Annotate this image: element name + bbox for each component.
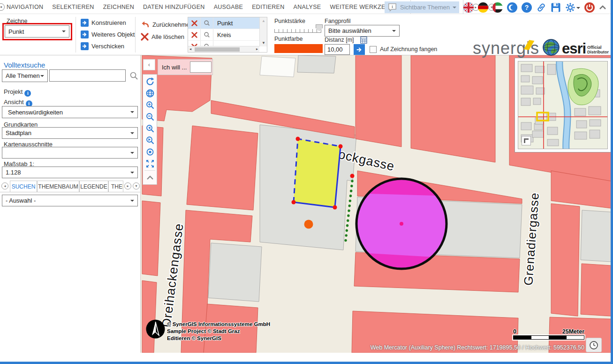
overview-map-image (518, 61, 608, 149)
full-extent-button[interactable] (143, 158, 157, 169)
panel-collapse-button[interactable]: ‹ (143, 59, 155, 70)
tab-analyse[interactable]: ANALYSE (294, 4, 321, 10)
konstruieren-button[interactable]: Konstruieren (81, 19, 126, 27)
north-arrow-icon (146, 319, 165, 339)
themen-value: Alle Themen (6, 72, 40, 79)
tab-editieren[interactable]: EDITIEREN (252, 4, 284, 10)
auswahl-value: - Auswahl - (6, 197, 36, 204)
alle-loeschen-button[interactable]: Alle löschen (141, 33, 184, 41)
ich-will-input[interactable] (190, 61, 212, 73)
ribbon-divider (76, 17, 76, 53)
overview-map[interactable] (515, 58, 611, 152)
list-horizontal-scrollbar[interactable]: ◂▸ (188, 46, 259, 52)
svg-text:?: ? (525, 4, 529, 11)
tab-ausgabe[interactable]: AUSGABE (214, 4, 243, 10)
list-item-kreis[interactable]: Kreis (188, 29, 259, 41)
ich-will-label: Ich will ... (162, 64, 187, 71)
language-arabic-crescent-icon[interactable] (507, 2, 517, 13)
massstab-dropdown[interactable]: 1.128 (2, 167, 138, 178)
tabs-scroll-left-button[interactable]: ◂ (1, 182, 8, 190)
list-item-punkt[interactable]: Punkt (188, 17, 259, 29)
window-bottom-strip (0, 353, 613, 362)
flag-uae-icon[interactable] (492, 2, 503, 13)
grundkarten-value: Stadtplan (6, 129, 31, 136)
previous-extent-button[interactable] (143, 122, 157, 134)
zuruecknehmen-button[interactable]: Zurücknehmen (141, 21, 193, 29)
logout-power-icon[interactable] (584, 2, 595, 13)
distanz-input[interactable] (325, 44, 350, 55)
settings-menu[interactable] (565, 2, 580, 13)
search-icon[interactable] (129, 71, 138, 80)
top-tab-bar: ◂ NAVIGATION SELEKTIEREN ZEICHNEN DATEN … (0, 0, 613, 14)
volltext-search-input[interactable] (49, 69, 126, 82)
flag-germany-icon[interactable] (478, 2, 488, 13)
punktfarbe-swatch[interactable] (274, 44, 323, 53)
tab-scroll-left-icon[interactable]: ◂ (0, 3, 5, 11)
auswahl-dropdown[interactable]: - Auswahl - (2, 195, 138, 206)
info-icon[interactable]: i (24, 90, 31, 97)
themen-dropdown[interactable]: Alle Themen (2, 69, 48, 82)
collapse-toolbar-icon[interactable] (599, 4, 606, 11)
zuruecknehmen-label: Zurücknehmen (152, 21, 193, 28)
zoom-to-icon[interactable] (201, 29, 213, 40)
speech-bubble-info-icon: i (387, 3, 397, 12)
help-icon[interactable]: ? (522, 2, 532, 13)
volltextsuche-link[interactable]: Volltextsuche (4, 61, 45, 69)
zeichne-dropdown[interactable]: Punkt (5, 25, 69, 38)
tab-daten-hinzufuegen[interactable]: DATEN HINZUFÜGEN (143, 4, 205, 10)
weiteres-objekt-label: Weiteres Objekt (91, 31, 135, 38)
left-panel: Volltextsuche Alle Themen Projekti Ansic… (0, 55, 141, 353)
delete-x-icon[interactable] (188, 29, 201, 40)
scrollbar-thumb[interactable] (195, 47, 240, 52)
ansicht-dropdown[interactable]: Sehenswürdigkeiten (2, 106, 138, 118)
next-extent-button[interactable] (143, 134, 157, 146)
tab-navigation[interactable]: NAVIGATION (7, 4, 43, 10)
auf-zeichnung-fangen-label: Auf Zeichnung fangen (380, 46, 437, 53)
auf-zeichnung-fangen-checkbox[interactable] (370, 46, 377, 53)
refresh-map-button[interactable] (143, 76, 157, 87)
calculator-icon[interactable] (360, 37, 367, 44)
center-position-button[interactable] (143, 146, 157, 158)
arrow-right-icon (356, 46, 363, 53)
tabs-scroll-right-button[interactable]: ▸ (124, 182, 131, 190)
copyright-line: Sample Project © Stadt Graz (167, 328, 270, 335)
sidebar-tab-themenbaum[interactable]: THEMENBAUM (37, 181, 79, 192)
zoom-out-button[interactable] (143, 111, 157, 122)
projekt-label: Projekti (4, 88, 31, 97)
kartenausschnitte-dropdown[interactable] (2, 147, 138, 159)
list-vertical-scrollbar[interactable]: ▲▼ (259, 17, 267, 46)
globe-home-button[interactable] (143, 87, 157, 99)
zeichne-dropdown-value: Punkt (8, 28, 24, 35)
overview-collapse-button[interactable] (522, 136, 531, 145)
punktstaerke-slider[interactable] (274, 26, 321, 33)
list-item-label: Punkt (213, 20, 233, 27)
save-icon[interactable] (551, 2, 561, 13)
delete-x-icon[interactable] (188, 17, 201, 29)
verschicken-button[interactable]: Verschicken (81, 42, 124, 50)
zoom-to-icon[interactable] (201, 17, 213, 29)
zoom-in-button[interactable] (143, 99, 157, 111)
tabs-menu-button[interactable]: ▾ (133, 182, 140, 190)
ribbon-zeichnen: Zeichne Punkt Konstruieren Weiteres Obje… (0, 14, 613, 55)
sidebar-tab-legende[interactable]: LEGENDE (79, 181, 108, 192)
weiteres-objekt-button[interactable]: Weiteres Objekt (81, 30, 135, 38)
slider-handle-icon[interactable] (316, 24, 323, 31)
flag-uk-icon[interactable] (463, 2, 474, 13)
sidebar-tab-suchen[interactable]: SUCHEN (10, 181, 37, 192)
tab-zeichnen[interactable]: ZEICHNEN (103, 4, 134, 10)
scale-zero-label: 0 (513, 328, 516, 335)
gear-chevron-icon (576, 7, 580, 11)
distanz-label: Distanz [m] (325, 37, 354, 43)
sichtbare-themen-dropdown[interactable]: i Sichtbare Themen (385, 1, 459, 13)
history-clock-button[interactable] (586, 338, 602, 352)
undo-icon (141, 21, 150, 29)
grundkarten-dropdown[interactable]: Stadtplan (2, 127, 138, 139)
sidebar-tab-themen-cut[interactable]: THEM (108, 181, 123, 192)
fangprofil-value: Bitte auswählen (328, 27, 371, 34)
tab-selektieren[interactable]: SELEKTIEREN (52, 4, 94, 10)
ansicht-value: Sehenswürdigkeiten (8, 109, 63, 116)
fangprofil-dropdown[interactable]: Bitte auswählen (325, 25, 400, 37)
link-icon[interactable] (536, 2, 546, 13)
distanz-apply-button[interactable] (354, 44, 365, 55)
toolbar-collapse-up-button[interactable] (143, 172, 157, 183)
